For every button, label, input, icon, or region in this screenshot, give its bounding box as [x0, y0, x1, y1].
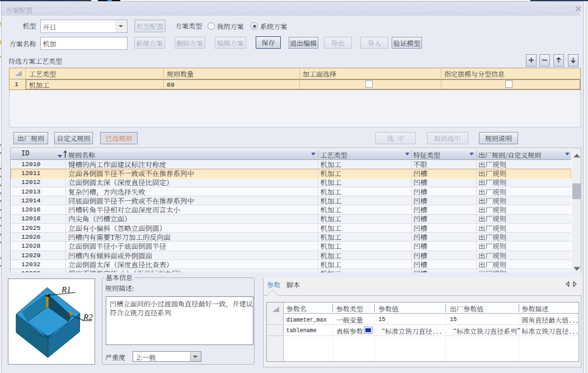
svg-text:R1: R1 — [61, 285, 71, 294]
svg-text:R2: R2 — [83, 313, 93, 322]
